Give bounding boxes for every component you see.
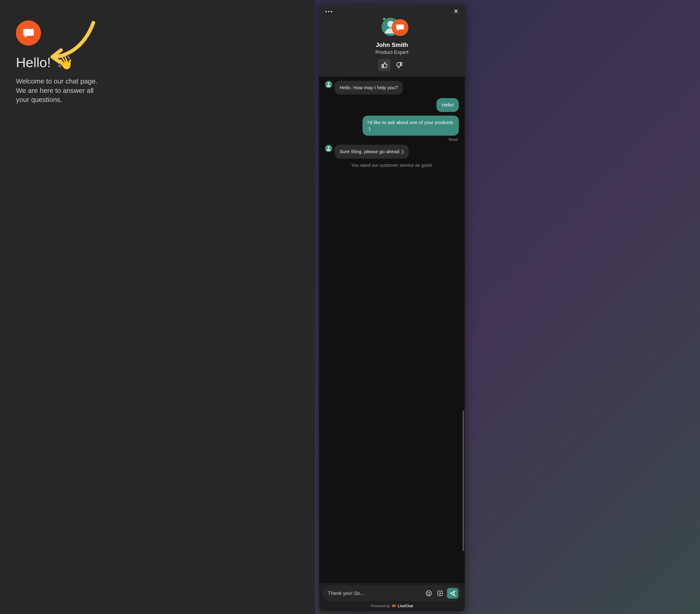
close-button[interactable]	[452, 8, 460, 16]
greeting-heading: Hello! 👋	[16, 54, 299, 70]
widget-header: John Smith Product Expert	[319, 4, 465, 77]
agent-role: Product Expert	[375, 49, 409, 55]
message-avatar	[325, 145, 332, 152]
thumbs-down-button[interactable]	[393, 59, 405, 71]
composer	[323, 585, 461, 601]
thumbs-up-icon	[381, 62, 388, 68]
message-avatar	[325, 81, 332, 88]
thumbs-down-icon	[396, 62, 403, 68]
powered-by-prefix: Powered by	[371, 604, 390, 608]
speech-bubble-icon	[396, 23, 404, 32]
message-row: I'd like to ask about one of your produc…	[325, 116, 459, 136]
agent-info: John Smith Product Expert	[324, 17, 460, 71]
chat-widget: John Smith Product Expert	[319, 4, 465, 611]
person-icon	[325, 81, 332, 88]
wave-emoji: 👋	[57, 55, 73, 70]
attach-button[interactable]	[436, 589, 445, 598]
plus-icon	[437, 590, 443, 597]
welcome-text: Welcome to our chat page. We are here to…	[16, 77, 102, 104]
brand-logo-badge	[392, 19, 409, 36]
svg-point-1	[328, 83, 330, 85]
widget-backdrop: John Smith Product Expert	[315, 0, 700, 614]
scrollbar-thumb[interactable]	[463, 410, 464, 551]
message-bubble: Hello. How may I help you?	[335, 81, 403, 95]
message-list[interactable]: Hello. How may I help you? Hello! I'd li…	[319, 77, 465, 583]
message-bubble: I'd like to ask about one of your produc…	[363, 116, 459, 136]
person-icon	[325, 145, 332, 152]
message-row: Sure thing, please go ahead :)	[325, 145, 459, 159]
svg-point-5	[429, 593, 430, 593]
agent-name: John Smith	[376, 41, 408, 49]
svg-point-4	[428, 593, 428, 593]
speech-bubble-icon	[22, 27, 35, 39]
intro-panel: Hello! 👋 Welcome to our chat page. We ar…	[0, 0, 315, 614]
message-input[interactable]	[328, 590, 422, 596]
svg-point-3	[426, 591, 432, 596]
svg-point-2	[328, 146, 330, 148]
scrollbar[interactable]	[463, 78, 464, 581]
read-receipt: Read	[325, 137, 458, 142]
message-bubble: Hello!	[437, 98, 459, 112]
rating-status-text: You rated our customer service as good.	[325, 163, 459, 168]
emoji-button[interactable]	[424, 589, 433, 598]
rating-buttons	[378, 59, 405, 71]
message-row: Hello. How may I help you?	[325, 81, 459, 95]
send-icon	[450, 590, 455, 596]
smiley-icon	[426, 590, 432, 597]
close-icon	[453, 9, 459, 14]
livechat-mark-icon	[392, 604, 396, 608]
powered-by[interactable]: Powered by LiveChat	[319, 603, 465, 611]
send-button[interactable]	[447, 588, 458, 599]
thumbs-up-button[interactable]	[378, 59, 390, 71]
message-row: Hello!	[325, 98, 459, 112]
chat-logo	[16, 21, 41, 46]
powered-by-brand: LiveChat	[398, 604, 413, 608]
message-bubble: Sure thing, please go ahead :)	[335, 145, 409, 159]
more-menu-button[interactable]	[324, 10, 334, 14]
greeting-text: Hello!	[16, 55, 51, 70]
